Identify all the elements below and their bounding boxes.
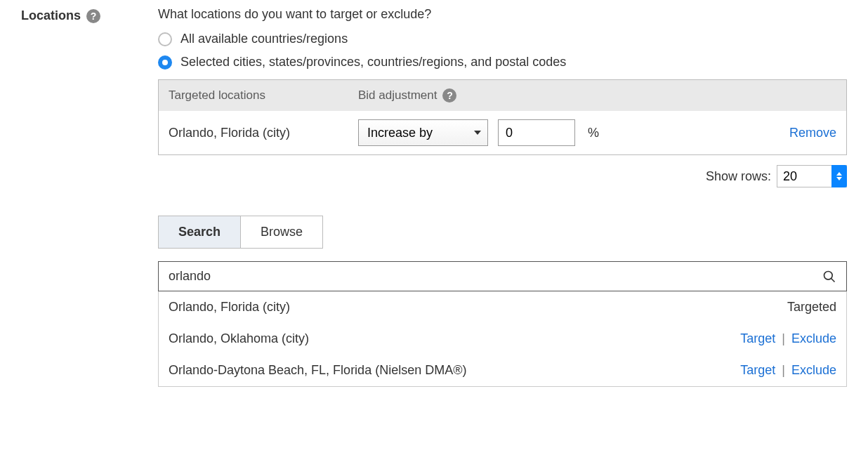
result-name: Orlando, Oklahoma (city) — [169, 331, 740, 346]
svg-point-0 — [824, 271, 833, 279]
table-row: Orlando, Florida (city) % Remove — [159, 111, 846, 154]
target-link[interactable]: Target — [740, 331, 775, 345]
radio-selected-label: Selected cities, states/provinces, count… — [180, 55, 566, 70]
tab-browse[interactable]: Browse — [241, 216, 323, 249]
prompt-text: What locations do you want to target or … — [158, 7, 847, 22]
show-rows-label: Show rows: — [706, 169, 771, 184]
targeted-locations-table: Targeted locations Bid adjustment ? Orla… — [158, 79, 847, 155]
list-item: Orlando-Daytona Beach, FL, Florida (Niel… — [159, 355, 846, 386]
exclude-link[interactable]: Exclude — [791, 331, 836, 345]
separator: | — [782, 331, 785, 345]
remove-link[interactable]: Remove — [789, 126, 836, 140]
list-item: Orlando, Oklahoma (city) Target | Exclud… — [159, 323, 846, 355]
radio-all-label: All available countries/regions — [180, 32, 348, 46]
bid-value-input[interactable] — [498, 119, 575, 146]
list-item: Orlando, Florida (city) Targeted — [159, 291, 846, 323]
section-title: Locations — [21, 8, 81, 23]
search-icon[interactable] — [822, 270, 836, 284]
svg-line-1 — [831, 278, 835, 282]
radio-selected-locations[interactable] — [158, 55, 172, 70]
bid-mode-select[interactable] — [358, 119, 488, 146]
bid-mode-value[interactable] — [358, 119, 488, 146]
location-name: Orlando, Florida (city) — [169, 126, 358, 140]
target-link[interactable]: Target — [740, 363, 775, 377]
status-targeted: Targeted — [787, 300, 836, 314]
tab-search[interactable]: Search — [158, 216, 241, 249]
stepper-icon[interactable] — [831, 165, 847, 187]
exclude-link[interactable]: Exclude — [791, 363, 836, 377]
search-box — [158, 261, 847, 291]
result-name: Orlando-Daytona Beach, FL, Florida (Niel… — [169, 363, 740, 378]
percent-label: % — [588, 126, 599, 140]
radio-all-locations[interactable] — [158, 32, 172, 46]
col-bid-adjustment: Bid adjustment — [358, 88, 437, 103]
help-icon[interactable]: ? — [86, 9, 100, 23]
col-targeted-locations: Targeted locations — [169, 88, 358, 103]
search-results: Orlando, Florida (city) Targeted Orlando… — [158, 291, 847, 387]
result-name: Orlando, Florida (city) — [169, 300, 787, 315]
help-icon[interactable]: ? — [442, 88, 456, 103]
separator: | — [782, 363, 785, 377]
search-input[interactable] — [169, 269, 822, 284]
